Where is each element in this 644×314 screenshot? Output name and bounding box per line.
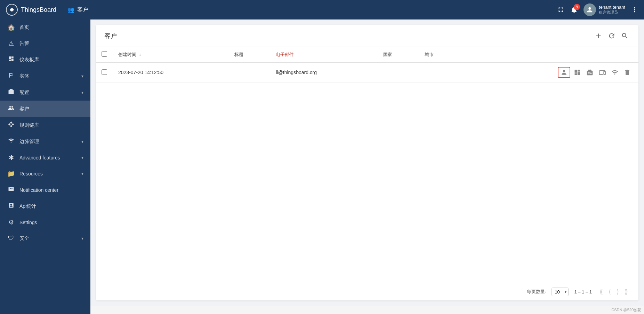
sidebar-item-alarms[interactable]: ⚠ 告警 (0, 36, 90, 52)
customers-icon (7, 105, 15, 113)
sidebar-item-api[interactable]: Api统计 (0, 198, 90, 214)
chevron-advanced-icon: ▾ (81, 155, 83, 160)
sort-arrow-icon: ↓ (139, 52, 142, 57)
data-table: 创建时间 ↓ 标题 电子邮件 国家 (96, 47, 638, 283)
sidebar-item-resources[interactable]: 📁 Resources ▾ (0, 166, 90, 182)
delete-button[interactable] (622, 68, 633, 77)
more-options-button[interactable] (631, 6, 638, 14)
sidebar-item-settings[interactable]: ⚙ Settings (0, 214, 90, 230)
pagination-nav: ⟪ ⟨ ⟩ ⟫ (597, 287, 630, 296)
header: ThingsBoard 👥 客户 9 tenant tenant 租户管理员 (0, 0, 644, 19)
sidebar-label-entities: 实体 (19, 73, 77, 79)
col-country: 国家 (378, 47, 419, 62)
sidebar-label-api: Api统计 (19, 203, 83, 210)
cell-city (419, 62, 461, 83)
cell-country (378, 62, 419, 83)
sidebar-item-home[interactable]: 🏠 首页 (0, 19, 90, 36)
search-button[interactable] (620, 31, 630, 41)
sidebar-item-customers[interactable]: 客户 (0, 101, 90, 117)
col-created-time[interactable]: 创建时间 ↓ (113, 47, 229, 62)
notification-center-icon (7, 186, 15, 194)
header-checkbox-cell (96, 47, 113, 62)
sidebar-item-config[interactable]: 配置 ▾ (0, 84, 90, 101)
per-page-wrapper: 5 10 15 20 25 ▾ (552, 288, 569, 296)
next-page-button[interactable]: ⟩ (614, 287, 621, 296)
logo-text: ThingsBoard (21, 6, 56, 14)
manage-edge-button[interactable] (609, 68, 620, 77)
manage-assets-button[interactable] (584, 68, 595, 77)
sidebar-item-edge[interactable]: 边缘管理 ▾ (0, 133, 90, 150)
row-checkbox-cell (96, 62, 113, 83)
manage-dashboards-button[interactable] (572, 68, 583, 77)
notification-badge: 9 (574, 4, 580, 10)
user-name: tenant tenant (599, 5, 625, 10)
page-title: 客户 (104, 32, 117, 40)
api-icon (7, 202, 15, 210)
header-page-title: 👥 客户 (67, 6, 88, 14)
config-icon (7, 88, 15, 96)
first-page-button[interactable]: ⟪ (597, 287, 605, 296)
sidebar-label-alarms: 告警 (19, 40, 83, 47)
home-icon: 🏠 (7, 24, 15, 31)
sidebar-item-entities[interactable]: 实体 ▾ (0, 68, 90, 84)
add-button[interactable] (593, 31, 604, 41)
alarm-icon: ⚠ (7, 40, 15, 47)
sidebar-label-dashboard: 仪表板库 (19, 57, 83, 63)
avatar (583, 3, 596, 16)
sidebar-item-dashboard[interactable]: 仪表板库 (0, 52, 90, 68)
resources-icon: 📁 (7, 170, 15, 178)
per-page-select[interactable]: 5 10 15 20 25 (552, 288, 569, 296)
user-area: tenant tenant 租户管理员 (583, 3, 625, 16)
settings-icon: ⚙ (7, 219, 15, 226)
col-city: 城市 (419, 47, 461, 62)
cell-title (229, 62, 271, 83)
sidebar-label-advanced: Advanced features (19, 155, 77, 160)
sidebar-label-security: 安全 (19, 235, 77, 242)
watermark: CSDN @520独花 (90, 306, 644, 314)
user-role: 租户管理员 (599, 10, 625, 15)
cell-created-time: 2023-07-20 14:12:50 (113, 62, 229, 83)
sidebar-item-security[interactable]: 🛡 安全 ▾ (0, 230, 90, 246)
entities-icon (7, 72, 15, 80)
header-left: ThingsBoard 👥 客户 (6, 3, 88, 16)
refresh-button[interactable] (606, 31, 617, 41)
col-email: 电子邮件 (270, 47, 378, 62)
sidebar-item-rule-chain[interactable]: 规则链库 (0, 117, 90, 133)
last-page-button[interactable]: ⟫ (622, 287, 630, 296)
sidebar-label-config: 配置 (19, 89, 77, 96)
content-area: 客户 (90, 19, 644, 314)
table-header: 客户 (96, 25, 638, 47)
chevron-edge-icon: ▾ (81, 139, 83, 144)
row-checkbox[interactable] (102, 69, 107, 75)
sidebar-label-settings: Settings (19, 220, 83, 225)
sidebar-item-advanced[interactable]: ✱ Advanced features ▾ (0, 150, 90, 166)
sidebar-label-customers: 客户 (19, 106, 83, 112)
select-all-checkbox[interactable] (102, 51, 107, 57)
sidebar-label-rule-chain: 规则链库 (19, 122, 83, 128)
per-page-label: 每页数量: (527, 289, 546, 295)
chevron-config-icon: ▾ (81, 90, 83, 95)
sidebar-label-notification: Notification center (19, 187, 83, 193)
notification-wrapper[interactable]: 9 (570, 6, 578, 14)
table-footer: 每页数量: 5 10 15 20 25 ▾ 1 – 1 – 1 ⟪ ⟨ ⟩ (96, 283, 638, 300)
svg-point-1 (11, 9, 13, 11)
chevron-security-icon: ▾ (81, 236, 83, 241)
col-title: 标题 (229, 47, 271, 62)
edge-icon (7, 138, 15, 146)
advanced-icon: ✱ (7, 154, 15, 162)
logo-icon (6, 3, 18, 16)
customers-table: 创建时间 ↓ 标题 电子邮件 国家 (96, 47, 638, 83)
cell-actions (461, 62, 638, 83)
fullscreen-button[interactable] (557, 6, 565, 14)
sidebar: 🏠 首页 ⚠ 告警 仪表板库 实体 ▾ 配置 ▾ (0, 19, 90, 314)
sidebar-item-notification[interactable]: Notification center (0, 182, 90, 198)
manage-devices-button[interactable] (597, 68, 608, 77)
prev-page-button[interactable]: ⟨ (606, 287, 613, 296)
security-icon: 🛡 (7, 235, 15, 242)
page-icon: 👥 (67, 7, 74, 13)
sidebar-label-resources: Resources (19, 171, 77, 176)
chevron-entities-icon: ▾ (81, 74, 83, 79)
page-container: 客户 (96, 25, 638, 300)
col-actions (461, 47, 638, 62)
manage-users-button[interactable] (558, 67, 570, 78)
